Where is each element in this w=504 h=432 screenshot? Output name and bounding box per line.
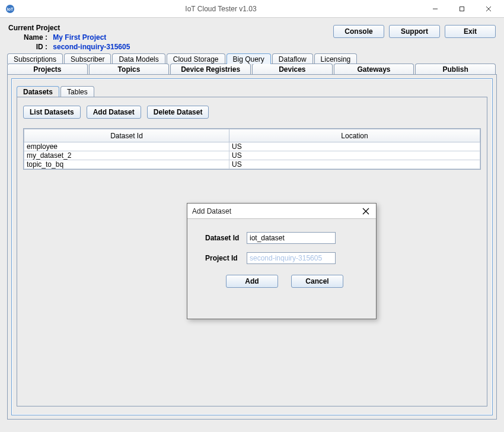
project-id-value: second-inquiry-315605 xyxy=(53,43,130,51)
project-id-label: ID : xyxy=(20,43,47,51)
window-title: IoT Cloud Tester v1.03 xyxy=(20,5,422,13)
col-dataset-id[interactable]: Dataset Id xyxy=(24,129,229,142)
delete-dataset-button[interactable]: Delete Dataset xyxy=(147,106,209,119)
tab-topics[interactable]: Topics xyxy=(89,63,170,74)
dataset-id-input[interactable] xyxy=(247,232,336,244)
table-row[interactable]: topic_to_bqUS xyxy=(24,160,480,169)
dialog-cancel-button[interactable]: Cancel xyxy=(291,275,343,288)
tab-projects[interactable]: Projects xyxy=(7,63,88,74)
project-id-input xyxy=(247,252,336,264)
tab-cloud-storage[interactable]: Cloud Storage xyxy=(167,53,225,64)
tab-devices[interactable]: Devices xyxy=(252,63,333,74)
cell-location: US xyxy=(229,151,480,160)
tab-publish[interactable]: Publish xyxy=(415,63,496,74)
col-location[interactable]: Location xyxy=(229,129,480,142)
svg-text:IoT: IoT xyxy=(7,7,14,11)
datasets-table: Dataset Id Location employeeUSmy_dataset… xyxy=(24,129,480,169)
tab-subscriber[interactable]: Subscriber xyxy=(64,53,111,64)
minimize-button[interactable] xyxy=(422,1,448,17)
svg-rect-3 xyxy=(460,7,464,11)
support-button[interactable]: Support xyxy=(389,25,440,38)
tab-gateways[interactable]: Gateways xyxy=(334,63,414,74)
project-name-value: My First Project xyxy=(53,33,106,42)
tab-device-registries[interactable]: Device Registries xyxy=(170,63,251,74)
app-icon: IoT xyxy=(5,4,15,14)
exit-button[interactable]: Exit xyxy=(445,25,496,38)
dialog-title: Add Dataset xyxy=(192,207,231,215)
cell-location: US xyxy=(229,160,480,169)
tab-data-models[interactable]: Data Models xyxy=(112,53,165,64)
table-row[interactable]: my_dataset_2US xyxy=(24,151,480,160)
dialog-close-button[interactable] xyxy=(361,206,371,217)
cell-dataset-id: employee xyxy=(24,142,229,151)
add-dataset-button[interactable]: Add Dataset xyxy=(87,106,141,119)
list-datasets-button[interactable]: List Datasets xyxy=(23,106,81,119)
close-window-button[interactable] xyxy=(475,1,502,17)
project-id-label-dialog: Project Id xyxy=(205,254,247,262)
maximize-button[interactable] xyxy=(448,1,475,17)
table-row[interactable]: employeeUS xyxy=(24,142,480,151)
cell-location: US xyxy=(229,142,480,151)
add-dataset-dialog: Add Dataset Dataset Id Project Id Add Ca… xyxy=(187,203,377,319)
current-project-heading: Current Project xyxy=(8,24,333,32)
dataset-id-label: Dataset Id xyxy=(205,234,247,242)
subtab-tables[interactable]: Tables xyxy=(60,86,94,97)
tab-subscriptions[interactable]: Subscriptions xyxy=(7,53,63,64)
tab-big-query[interactable]: Big Query xyxy=(227,53,271,64)
cell-dataset-id: topic_to_bq xyxy=(24,160,229,169)
titlebar: IoT IoT Cloud Tester v1.03 xyxy=(0,0,504,18)
cell-dataset-id: my_dataset_2 xyxy=(24,151,229,160)
dialog-add-button[interactable]: Add xyxy=(226,275,278,288)
project-name-label: Name : xyxy=(20,33,47,42)
subtab-datasets[interactable]: Datasets xyxy=(17,86,59,97)
tab-dataflow[interactable]: Dataflow xyxy=(272,53,313,64)
tab-licensing[interactable]: Licensing xyxy=(314,53,358,64)
console-button[interactable]: Console xyxy=(333,25,384,38)
